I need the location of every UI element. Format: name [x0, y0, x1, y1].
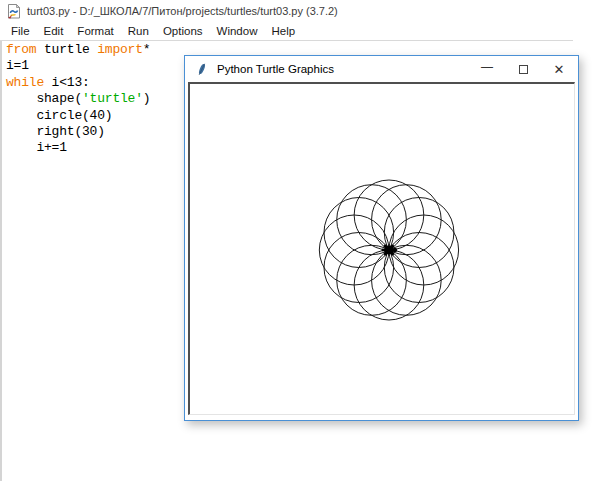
turtle-canvas: [188, 82, 575, 415]
window-controls: — ✕: [469, 56, 577, 82]
menu-run[interactable]: Run: [121, 23, 156, 39]
menu-file[interactable]: File: [4, 23, 37, 39]
turtle-graphics-window: Python Turtle Graphics — ✕: [184, 55, 579, 421]
menu-edit[interactable]: Edit: [37, 23, 71, 39]
idle-file-icon: [7, 4, 21, 19]
menu-options[interactable]: Options: [156, 23, 210, 39]
minimize-button[interactable]: —: [469, 56, 505, 82]
maximize-button[interactable]: [505, 56, 541, 82]
menu-window[interactable]: Window: [210, 23, 265, 39]
idle-titlebar[interactable]: turt03.py - D:/_ШКОЛА/7/Питон/projects/t…: [0, 0, 600, 22]
tk-feather-icon: [196, 62, 208, 76]
menu-format[interactable]: Format: [70, 23, 120, 39]
minimize-icon: —: [481, 62, 493, 72]
maximize-icon: [519, 65, 528, 74]
spirograph-svg: [190, 84, 574, 414]
editor-left-border: [0, 41, 2, 481]
menu-separator: [0, 40, 573, 41]
screenshot-root: turt03.py - D:/_ШКОЛА/7/Питон/projects/t…: [0, 0, 600, 481]
idle-window-title: turt03.py - D:/_ШКОЛА/7/Питон/projects/t…: [27, 5, 338, 17]
menu-bar: FileEditFormatRunOptionsWindowHelp: [0, 22, 573, 40]
turtle-window-title: Python Turtle Graphics: [217, 63, 334, 75]
close-button[interactable]: ✕: [541, 56, 577, 82]
close-icon: ✕: [554, 62, 565, 77]
menu-help[interactable]: Help: [264, 23, 302, 39]
